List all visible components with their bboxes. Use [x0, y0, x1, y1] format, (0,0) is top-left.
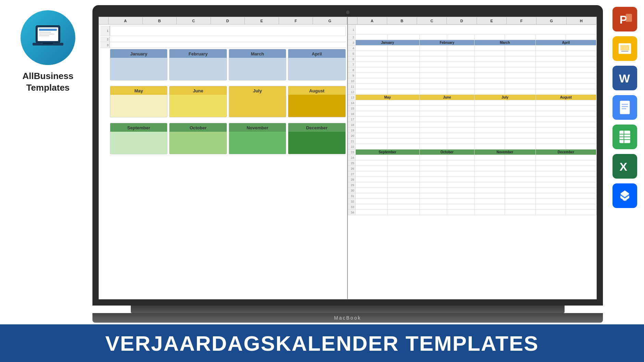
table-row	[474, 204, 505, 210]
col-G-right: G	[536, 17, 566, 24]
table-row	[420, 199, 447, 204]
table-row	[474, 166, 505, 171]
table-row	[505, 67, 536, 73]
table-row	[388, 188, 420, 193]
table-row	[474, 210, 505, 215]
table-row	[505, 199, 536, 204]
table-row	[355, 62, 388, 67]
table-row	[447, 171, 475, 177]
table-row	[505, 166, 536, 171]
month-december: December	[288, 123, 345, 154]
table-row	[355, 199, 388, 204]
powerpoint-icon[interactable]: P	[613, 7, 637, 31]
table-row	[420, 188, 447, 193]
february-body	[169, 58, 226, 80]
table-row	[505, 111, 536, 117]
sheet-right-pane: A B C D E F G H 123JanuaryFebruaryMarchA…	[348, 17, 597, 299]
january-header: January	[110, 49, 167, 58]
right-month-september: September	[355, 150, 420, 155]
table-row	[505, 51, 536, 56]
table-row	[447, 73, 475, 78]
table-row	[447, 122, 475, 128]
table-row	[447, 89, 475, 95]
table-row	[355, 160, 388, 166]
svg-rect-7	[43, 43, 53, 44]
table-row	[474, 73, 505, 78]
svg-rect-13	[620, 45, 629, 51]
table-row	[505, 144, 536, 150]
table-row	[566, 177, 596, 182]
right-sheet-body: 123JanuaryFebruaryMarchApril456789101112…	[348, 25, 597, 299]
table-row	[355, 193, 388, 199]
right-icons-column: P W	[613, 7, 637, 208]
col-B-right: B	[387, 17, 417, 24]
table-row	[420, 56, 447, 62]
table-row	[566, 144, 596, 150]
table-row	[566, 204, 596, 210]
table-row	[474, 139, 505, 144]
table-row	[535, 62, 566, 67]
month-january: January	[110, 49, 167, 80]
table-row	[535, 204, 566, 210]
august-body	[288, 95, 345, 117]
table-row	[388, 193, 420, 199]
table-row	[447, 193, 475, 199]
table-row	[420, 210, 447, 215]
month-july: July	[229, 86, 286, 117]
col-E-right: E	[477, 17, 507, 24]
april-header: April	[288, 49, 345, 58]
right-month-february: February	[420, 40, 474, 46]
table-row	[447, 106, 475, 111]
table-row	[535, 188, 566, 193]
table-row	[535, 56, 566, 62]
dropbox-icon[interactable]	[613, 183, 637, 208]
table-row	[505, 139, 536, 144]
month-may: May	[110, 86, 167, 117]
table-row	[505, 188, 536, 193]
svg-rect-5	[39, 35, 49, 36]
google-slides-icon[interactable]	[613, 36, 637, 61]
table-row	[566, 166, 596, 171]
table-row	[420, 177, 447, 182]
table-row	[566, 133, 596, 139]
table-row	[474, 171, 505, 177]
banner-text: VERJAARDAGSKALENDER TEMPLATES	[105, 331, 539, 355]
table-row	[420, 128, 447, 133]
macbook-container: A B C D E F G 1 2	[92, 5, 603, 323]
svg-rect-14	[621, 51, 629, 52]
col-C-left: C	[177, 17, 211, 24]
table-row	[474, 106, 505, 111]
table-row	[355, 182, 388, 188]
table-row	[420, 67, 447, 73]
row-num-header-left	[99, 17, 109, 24]
february-header: February	[169, 49, 226, 58]
table-row	[505, 128, 536, 133]
table-row	[388, 56, 420, 62]
table-row	[505, 106, 536, 111]
word-icon[interactable]: W	[613, 66, 637, 90]
col-A-right: A	[357, 17, 387, 24]
right-month-january: January	[355, 40, 420, 46]
table-row	[447, 56, 475, 62]
google-sheets-icon[interactable]	[613, 125, 637, 149]
table-row	[447, 67, 475, 73]
table-row	[505, 117, 536, 122]
table-row	[535, 106, 566, 111]
svg-rect-2	[39, 29, 57, 31]
excel-icon[interactable]: X	[613, 154, 637, 179]
right-month-august: August	[535, 95, 596, 100]
march-body	[229, 58, 286, 80]
table-row	[535, 160, 566, 166]
table-row	[566, 160, 596, 166]
table-row	[420, 111, 447, 117]
svg-rect-19	[622, 104, 628, 105]
svg-text:X: X	[619, 160, 627, 173]
table-row	[355, 111, 388, 117]
table-row	[505, 160, 536, 166]
october-header: October	[169, 123, 226, 132]
google-docs-icon[interactable]	[613, 95, 637, 120]
month-june: June	[169, 86, 227, 117]
row-num-header-right	[348, 17, 357, 24]
may-header: May	[110, 86, 167, 95]
table-row	[505, 133, 536, 139]
